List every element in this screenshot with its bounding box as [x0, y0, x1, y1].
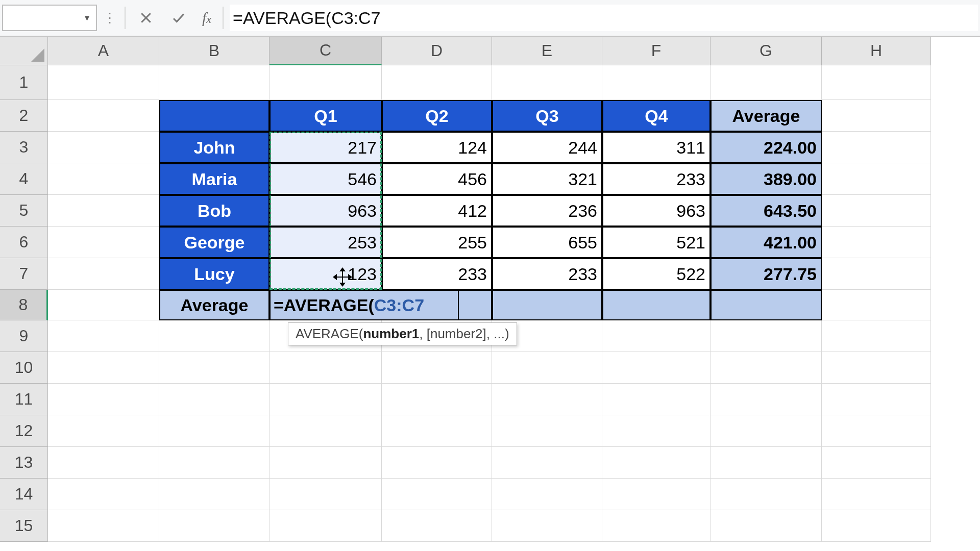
cell-B9[interactable] [159, 320, 270, 352]
row-name-maria[interactable]: Maria [159, 163, 270, 195]
cell-D4[interactable]: 456 [382, 163, 492, 195]
cell-E5[interactable]: 236 [492, 195, 602, 227]
cell-A7[interactable] [48, 258, 159, 290]
cell-C10[interactable] [270, 352, 382, 384]
cell-C5[interactable]: 963 [270, 195, 382, 227]
row-name-bob[interactable]: Bob [159, 195, 270, 227]
cell-D13[interactable] [382, 447, 492, 479]
cell-E3[interactable]: 244 [492, 132, 602, 163]
cell-F3[interactable]: 311 [602, 132, 710, 163]
cell-E4[interactable]: 321 [492, 163, 602, 195]
row-name-george[interactable]: George [159, 227, 270, 258]
cell-C4[interactable]: 546 [270, 163, 382, 195]
select-all-corner[interactable] [0, 37, 48, 65]
row-average-bob[interactable]: 643.50 [710, 195, 822, 227]
cell-D11[interactable] [382, 384, 492, 415]
cell-C3[interactable]: 217 [270, 132, 382, 163]
column-header-E[interactable]: E [492, 37, 602, 65]
cell-D12[interactable] [382, 415, 492, 447]
cell-H1[interactable] [822, 65, 931, 100]
accept-formula-button[interactable] [164, 5, 193, 31]
cell-A4[interactable] [48, 163, 159, 195]
cell-C15[interactable] [270, 510, 382, 542]
cell-F6[interactable]: 521 [602, 227, 710, 258]
footer-cell-G[interactable] [710, 290, 822, 320]
cell-F5[interactable]: 963 [602, 195, 710, 227]
cell-E11[interactable] [492, 384, 602, 415]
cell-B1[interactable] [159, 65, 270, 100]
row-name-lucy[interactable]: Lucy [159, 258, 270, 290]
cell-B14[interactable] [159, 479, 270, 510]
column-header-B[interactable]: B [159, 37, 270, 65]
chevron-down-icon[interactable]: ▾ [81, 12, 93, 23]
cell-H2[interactable] [822, 100, 931, 132]
footer-cell-F[interactable] [602, 290, 710, 320]
row-header-7[interactable]: 7 [0, 258, 48, 290]
column-header-G[interactable]: G [710, 37, 822, 65]
row-header-6[interactable]: 6 [0, 227, 48, 258]
table-header-blank[interactable] [159, 100, 270, 132]
row-header-2[interactable]: 2 [0, 100, 48, 132]
column-header-A[interactable]: A [48, 37, 159, 65]
cell-H7[interactable] [822, 258, 931, 290]
cell-F1[interactable] [602, 65, 710, 100]
cancel-formula-button[interactable] [132, 5, 160, 31]
row-average-john[interactable]: 224.00 [710, 132, 822, 163]
cell-F10[interactable] [602, 352, 710, 384]
row-header-15[interactable]: 15 [0, 510, 48, 542]
cell-H11[interactable] [822, 384, 931, 415]
cell-F12[interactable] [602, 415, 710, 447]
cell-G14[interactable] [710, 479, 822, 510]
formula-input[interactable] [230, 5, 978, 31]
column-header-D[interactable]: D [382, 37, 492, 65]
cell-C1[interactable] [270, 65, 382, 100]
footer-label-average[interactable]: Average [159, 290, 270, 320]
row-header-4[interactable]: 4 [0, 163, 48, 195]
row-header-12[interactable]: 12 [0, 415, 48, 447]
cell-A1[interactable] [48, 65, 159, 100]
row-header-3[interactable]: 3 [0, 132, 48, 163]
cell-A11[interactable] [48, 384, 159, 415]
cell-E6[interactable]: 655 [492, 227, 602, 258]
editing-cell-C8[interactable]: =AVERAGE(C3:C7 [270, 290, 459, 320]
cell-A3[interactable] [48, 132, 159, 163]
row-header-8[interactable]: 8 [0, 290, 48, 320]
cell-H4[interactable] [822, 163, 931, 195]
cell-C13[interactable] [270, 447, 382, 479]
cell-G9[interactable] [710, 320, 822, 352]
footer-cell-E[interactable] [492, 290, 602, 320]
cell-A13[interactable] [48, 447, 159, 479]
cell-H14[interactable] [822, 479, 931, 510]
row-header-10[interactable]: 10 [0, 352, 48, 384]
cell-C7[interactable]: 123 [270, 258, 382, 290]
cell-B15[interactable] [159, 510, 270, 542]
column-header-F[interactable]: F [602, 37, 710, 65]
cell-A9[interactable] [48, 320, 159, 352]
cell-C11[interactable] [270, 384, 382, 415]
cell-F15[interactable] [602, 510, 710, 542]
row-name-john[interactable]: John [159, 132, 270, 163]
cell-D6[interactable]: 255 [382, 227, 492, 258]
cell-A8[interactable] [48, 290, 159, 320]
table-header-Q4[interactable]: Q4 [602, 100, 710, 132]
cell-G12[interactable] [710, 415, 822, 447]
cell-C6[interactable]: 253 [270, 227, 382, 258]
cell-D10[interactable] [382, 352, 492, 384]
cell-F13[interactable] [602, 447, 710, 479]
cell-E12[interactable] [492, 415, 602, 447]
cell-H9[interactable] [822, 320, 931, 352]
cell-A15[interactable] [48, 510, 159, 542]
row-header-13[interactable]: 13 [0, 447, 48, 479]
drag-handle-icon[interactable]: ⋮ [101, 10, 118, 26]
cell-D5[interactable]: 412 [382, 195, 492, 227]
cell-B13[interactable] [159, 447, 270, 479]
row-header-9[interactable]: 9 [0, 320, 48, 352]
cell-E13[interactable] [492, 447, 602, 479]
cell-A12[interactable] [48, 415, 159, 447]
cell-H12[interactable] [822, 415, 931, 447]
fx-icon[interactable]: fx [197, 9, 216, 27]
table-header-average[interactable]: Average [710, 100, 822, 132]
cell-G13[interactable] [710, 447, 822, 479]
cell-A2[interactable] [48, 100, 159, 132]
cell-F14[interactable] [602, 479, 710, 510]
